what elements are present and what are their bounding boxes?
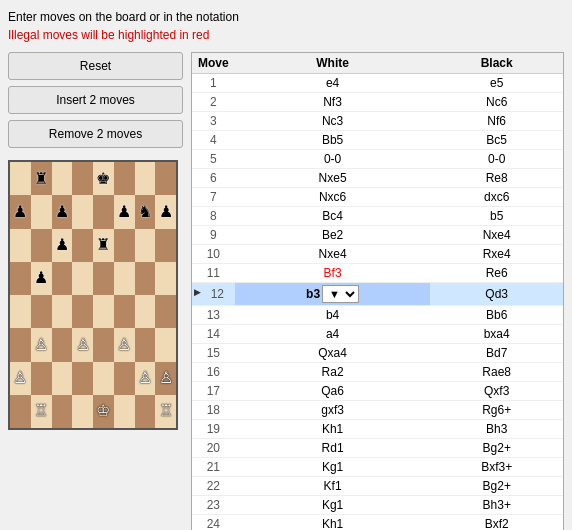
white-move[interactable]: b3▼ — [235, 283, 431, 306]
board-cell[interactable] — [10, 295, 31, 328]
board-cell[interactable] — [93, 295, 114, 328]
board-cell[interactable] — [10, 395, 31, 428]
table-row: 23Kg1Bh3+ — [192, 496, 563, 515]
board-cell[interactable]: ♙ — [10, 362, 31, 395]
board-cell[interactable] — [155, 262, 176, 295]
table-row: 4Bb5Bc5 — [192, 131, 563, 150]
board-cell[interactable] — [72, 295, 93, 328]
white-move-dropdown[interactable]: ▼ — [322, 285, 359, 303]
board-cell[interactable] — [72, 229, 93, 262]
table-row: 10Nxe4Rxe4 — [192, 245, 563, 264]
board-cell[interactable] — [93, 328, 114, 361]
board-cell[interactable] — [135, 162, 156, 195]
white-move: Bf3 — [235, 264, 431, 283]
board-cell[interactable]: ♚ — [93, 162, 114, 195]
board-cell[interactable] — [31, 295, 52, 328]
board-cell[interactable]: ♟ — [31, 262, 52, 295]
white-move: Qxa4 — [235, 344, 431, 363]
board-cell[interactable]: ♖ — [155, 395, 176, 428]
board-cell[interactable] — [114, 262, 135, 295]
board-cell[interactable] — [52, 295, 73, 328]
move-number: 16 — [192, 363, 235, 382]
board-cell[interactable]: ♟ — [52, 229, 73, 262]
board-cell[interactable]: ♙ — [114, 328, 135, 361]
move-number: 10 — [192, 245, 235, 264]
board-cell[interactable] — [52, 362, 73, 395]
board-cell[interactable] — [52, 162, 73, 195]
insert-button[interactable]: Insert 2 moves — [8, 86, 183, 114]
board-cell[interactable] — [155, 328, 176, 361]
board-cell[interactable] — [31, 229, 52, 262]
piece: ♚ — [96, 171, 110, 187]
chess-board[interactable]: ♜♚♟♟♟♞♟♟♜♟♙♙♙♙♙♙♖♔♖ — [8, 160, 178, 430]
move-table-panel: Move White Black 1e4e52Nf3Nc63Nc3Nf64Bb5… — [191, 52, 564, 530]
piece: ♙ — [159, 370, 173, 386]
board-cell[interactable] — [52, 328, 73, 361]
board-cell[interactable] — [52, 395, 73, 428]
board-cell[interactable] — [135, 295, 156, 328]
main-layout: Reset Insert 2 moves Remove 2 moves ♜♚♟♟… — [8, 52, 564, 530]
black-move: Rg6+ — [430, 401, 563, 420]
board-cell[interactable] — [155, 295, 176, 328]
black-move: Bg2+ — [430, 477, 563, 496]
board-cell[interactable] — [72, 262, 93, 295]
board-cell[interactable] — [52, 262, 73, 295]
board-cell[interactable]: ♜ — [93, 229, 114, 262]
board-cell[interactable] — [93, 195, 114, 228]
board-cell[interactable] — [114, 395, 135, 428]
board-cell[interactable] — [114, 295, 135, 328]
board-cell[interactable] — [31, 362, 52, 395]
board-cell[interactable] — [135, 328, 156, 361]
board-cell[interactable]: ♟ — [114, 195, 135, 228]
board-cell[interactable] — [72, 195, 93, 228]
board-cell[interactable] — [10, 229, 31, 262]
move-table-scroll[interactable]: Move White Black 1e4e52Nf3Nc63Nc3Nf64Bb5… — [192, 53, 563, 530]
black-move: Nxe4 — [430, 226, 563, 245]
board-cell[interactable] — [135, 395, 156, 428]
board-cell[interactable] — [31, 195, 52, 228]
board-cell[interactable]: ♜ — [31, 162, 52, 195]
board-cell[interactable] — [93, 262, 114, 295]
piece: ♟ — [55, 237, 69, 253]
board-cell[interactable] — [135, 229, 156, 262]
table-row: 9Be2Nxe4 — [192, 226, 563, 245]
board-cell[interactable] — [155, 162, 176, 195]
board-cell[interactable]: ♟ — [155, 195, 176, 228]
board-cell[interactable]: ♖ — [31, 395, 52, 428]
board-cell[interactable] — [10, 262, 31, 295]
board-cell[interactable] — [114, 162, 135, 195]
board-cell[interactable]: ♟ — [10, 195, 31, 228]
board-cell[interactable]: ♔ — [93, 395, 114, 428]
board-cell[interactable] — [72, 395, 93, 428]
board-cell[interactable] — [93, 362, 114, 395]
board-cell[interactable] — [72, 162, 93, 195]
board-cell[interactable] — [114, 362, 135, 395]
remove-button[interactable]: Remove 2 moves — [8, 120, 183, 148]
board-cell[interactable]: ♟ — [52, 195, 73, 228]
board-cell[interactable] — [10, 162, 31, 195]
black-move: Re8 — [430, 169, 563, 188]
table-row: 14a4bxa4 — [192, 325, 563, 344]
move-number: 14 — [192, 325, 235, 344]
black-move: Nc6 — [430, 93, 563, 112]
board-cell[interactable]: ♞ — [135, 195, 156, 228]
board-cell[interactable]: ♙ — [72, 328, 93, 361]
table-row: 1e4e5 — [192, 74, 563, 93]
chess-board-container: ♜♚♟♟♟♞♟♟♜♟♙♙♙♙♙♙♖♔♖ — [8, 160, 183, 530]
black-move: Re6 — [430, 264, 563, 283]
board-cell[interactable]: ♙ — [31, 328, 52, 361]
black-move: Bh3+ — [430, 496, 563, 515]
board-cell[interactable] — [114, 229, 135, 262]
board-cell[interactable]: ♙ — [135, 362, 156, 395]
reset-button[interactable]: Reset — [8, 52, 183, 80]
board-cell[interactable] — [10, 328, 31, 361]
board-cell[interactable] — [155, 229, 176, 262]
board-cell[interactable] — [72, 362, 93, 395]
move-number: 7 — [192, 188, 235, 207]
move-number: 21 — [192, 458, 235, 477]
board-cell[interactable] — [135, 262, 156, 295]
white-move: 0-0 — [235, 150, 431, 169]
board-cell[interactable]: ♙ — [155, 362, 176, 395]
piece: ♔ — [96, 403, 110, 419]
white-move: Kh1 — [235, 515, 431, 531]
